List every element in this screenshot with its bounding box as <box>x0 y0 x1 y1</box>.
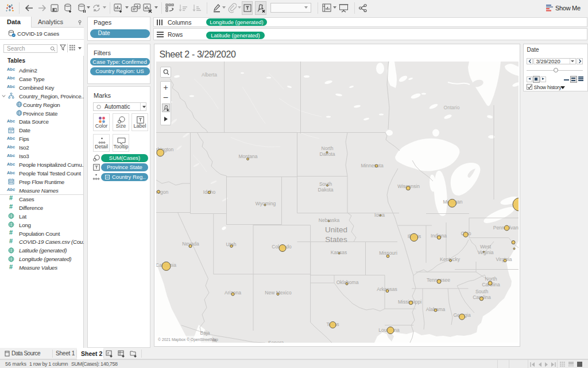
svg-text:South: South <box>319 181 331 187</box>
svg-text:Baja: Baja <box>200 329 210 335</box>
svg-text:United: United <box>324 225 347 234</box>
svg-text:Ontario: Ontario <box>443 105 459 110</box>
svg-text:Sonora: Sonora <box>268 339 284 343</box>
svg-text:South: South <box>475 289 488 294</box>
svg-text:North: North <box>485 276 497 282</box>
svg-text:States: States <box>325 235 347 244</box>
svg-text:Minnesota: Minnesota <box>361 163 383 168</box>
svg-text:© 2021 Mapbox © OpenStreetMap: © 2021 Mapbox © OpenStreetMap <box>158 337 218 342</box>
svg-text:Alberta: Alberta <box>202 72 217 78</box>
svg-text:North: North <box>321 145 333 151</box>
svg-text:Dakota: Dakota <box>318 187 333 193</box>
svg-text:Virginia: Virginia <box>477 250 493 255</box>
svg-text:West: West <box>479 244 491 250</box>
